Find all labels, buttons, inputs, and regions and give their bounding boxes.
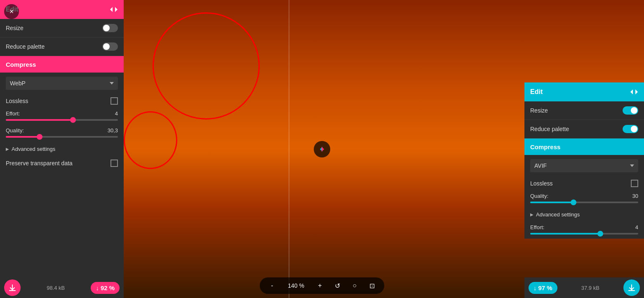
left-advanced-chevron: ▶ <box>6 147 9 151</box>
zoom-out-icon: - <box>271 282 273 289</box>
right-reduce-palette-row: Reduce palette <box>524 120 644 138</box>
left-quality-label: Quality: <box>6 127 24 134</box>
right-bottom-bar: ↓ 97 % 37.9 kB <box>524 277 644 298</box>
svg-marker-3 <box>115 7 118 12</box>
right-quality-thumb[interactable] <box>571 199 576 205</box>
left-effort-fill <box>6 119 73 121</box>
left-compression-value: 92 <box>101 284 108 291</box>
circle-button[interactable]: ○ <box>349 280 360 291</box>
right-panel-title: Edit <box>530 88 543 96</box>
zoom-out-button[interactable]: - <box>266 280 278 291</box>
right-quality-track[interactable] <box>530 202 638 203</box>
right-compression-value: 97 <box>538 284 545 291</box>
left-effort-section: Effort: 4 <box>0 108 124 125</box>
reset-button[interactable]: ↺ <box>331 280 343 291</box>
svg-marker-5 <box>635 89 638 94</box>
left-compress-header: Compress <box>0 56 124 73</box>
zoom-in-icon: + <box>318 282 322 289</box>
left-advanced-settings[interactable]: ▶ Advanced settings <box>0 142 124 156</box>
split-icon: ⊡ <box>369 282 375 290</box>
left-quality-track[interactable] <box>6 136 118 138</box>
left-panel: Edit Resize Reduce palette Compress WebP… <box>0 0 124 298</box>
left-quality-value: 30,3 <box>108 127 118 134</box>
svg-marker-4 <box>630 89 633 94</box>
left-reduce-palette-label: Reduce palette <box>6 43 45 50</box>
left-effort-value: 4 <box>115 110 118 117</box>
right-effort-value: 4 <box>635 224 638 230</box>
right-panel-toggle[interactable] <box>630 89 638 95</box>
left-effort-thumb[interactable] <box>70 117 76 123</box>
zoom-unit: % <box>299 282 304 289</box>
right-resize-toggle[interactable] <box>623 106 638 115</box>
right-effort-fill <box>530 233 600 235</box>
right-quality-value: 30 <box>632 193 638 199</box>
reset-icon: ↺ <box>335 282 340 290</box>
compare-handle-button[interactable] <box>314 141 330 157</box>
left-quality-fill <box>6 136 40 138</box>
zoom-display: 140 % <box>284 282 308 289</box>
right-resize-label: Resize <box>530 107 548 114</box>
right-compress-title: Compress <box>530 143 560 150</box>
right-quality-section: Quality: 30 <box>524 190 644 207</box>
left-advanced-label: Advanced settings <box>12 146 55 152</box>
left-reduce-palette-row: Reduce palette <box>0 38 124 56</box>
left-lossless-row: Lossless <box>0 94 124 108</box>
left-resize-row: Resize <box>0 19 124 38</box>
svg-marker-1 <box>322 147 324 152</box>
right-effort-section: Effort: 4 <box>524 222 644 239</box>
left-resize-toggle[interactable] <box>102 24 118 32</box>
right-effort-label: Effort: <box>530 224 544 230</box>
right-effort-track[interactable] <box>530 233 638 235</box>
right-advanced-label: Advanced settings <box>536 211 580 218</box>
right-advanced-settings[interactable]: ▶ Advanced settings <box>524 207 644 222</box>
right-panel-header: Edit <box>524 82 644 101</box>
right-reduce-palette-toggle[interactable] <box>623 125 638 133</box>
left-quality-thumb[interactable] <box>37 134 42 140</box>
circle-icon: ○ <box>353 282 357 289</box>
right-quality-fill <box>530 202 573 203</box>
right-lossless-row: Lossless <box>524 176 644 190</box>
zoom-value: 140 <box>288 282 297 289</box>
right-lossless-label: Lossless <box>530 180 552 187</box>
left-preserve-checkbox[interactable] <box>110 160 118 167</box>
right-compress-header: Compress <box>524 138 644 155</box>
left-panel-toggle[interactable] <box>110 6 118 13</box>
left-resize-label: Resize <box>6 25 24 31</box>
right-advanced-chevron: ▶ <box>530 212 534 217</box>
left-file-size: 98.4 kB <box>47 285 65 291</box>
center-toolbar: - 140 % + ↺ ○ ⊡ <box>260 277 384 294</box>
left-quality-section: Quality: 30,3 <box>0 125 124 142</box>
left-lossless-label: Lossless <box>6 98 28 104</box>
left-compression-percent: % <box>109 284 115 291</box>
right-file-size: 37.9 kB <box>581 285 599 291</box>
right-resize-row: Resize <box>524 101 644 120</box>
close-icon: × <box>9 7 14 16</box>
left-preserve-row: Preserve transparent data <box>0 156 124 170</box>
right-compression-percent: % <box>547 284 552 291</box>
left-effort-label: Effort: <box>6 110 20 117</box>
close-button[interactable]: × <box>4 4 19 19</box>
right-panel: Edit Resize Reduce palette Compress AVIF… <box>524 82 644 239</box>
left-effort-track[interactable] <box>6 119 118 121</box>
right-reduce-palette-label: Reduce palette <box>530 126 569 132</box>
left-bottom-bar: 98.4 kB ↓ 92 % <box>0 277 124 298</box>
right-download-button[interactable] <box>623 279 640 296</box>
left-format-select[interactable]: WebP AVIF JPEG PNG <box>6 77 118 90</box>
left-compression-arrow: ↓ <box>96 284 99 291</box>
right-format-select[interactable]: AVIF WebP JPEG PNG <box>530 159 638 172</box>
right-compression-arrow: ↓ <box>534 284 537 291</box>
right-compression-badge: ↓ 97 % <box>529 282 557 294</box>
left-lossless-checkbox[interactable] <box>110 97 118 105</box>
left-download-button[interactable] <box>4 279 21 296</box>
left-compression-badge: ↓ 92 % <box>91 282 120 294</box>
right-effort-thumb[interactable] <box>597 231 603 237</box>
compare-divider <box>289 0 289 298</box>
right-lossless-checkbox[interactable] <box>631 180 638 187</box>
left-compress-title: Compress <box>6 61 36 68</box>
left-preserve-label: Preserve transparent data <box>6 160 73 167</box>
svg-marker-2 <box>110 7 113 12</box>
split-button[interactable]: ⊡ <box>366 280 378 291</box>
zoom-in-button[interactable]: + <box>314 280 326 291</box>
right-quality-label: Quality: <box>530 193 548 199</box>
left-reduce-palette-toggle[interactable] <box>102 42 118 51</box>
